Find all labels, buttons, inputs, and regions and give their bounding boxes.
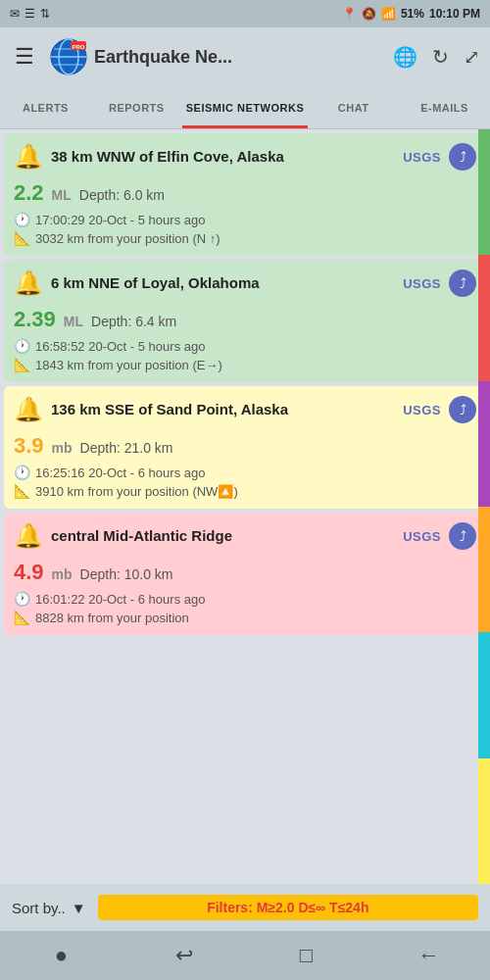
distance-icon-3: 📐 bbox=[14, 483, 30, 499]
filter-suffix: D≤∞ T≤24h bbox=[295, 900, 369, 915]
nav-dot-button[interactable]: ● bbox=[42, 936, 81, 975]
mag-type-3: mb bbox=[52, 440, 73, 456]
battery-text: 51% bbox=[401, 7, 424, 21]
globe-button[interactable]: 🌐 bbox=[393, 45, 417, 69]
return-icon: ← bbox=[418, 943, 440, 968]
earthquake-icon-2: 🔔 bbox=[14, 270, 43, 297]
share-button-2[interactable]: ⤴ bbox=[449, 270, 476, 297]
silent-icon: 🔕 bbox=[362, 7, 376, 21]
tab-seismic-networks[interactable]: SEISMIC NETWORKS bbox=[182, 89, 308, 128]
location-icon: 📍 bbox=[342, 7, 357, 21]
sort-bar: Sort by.. ▼ Filters: M≥2.0 D≤∞ T≤24h bbox=[0, 884, 490, 931]
card-header-left-4: 🔔 central Mid-Atlantic Ridge bbox=[14, 522, 403, 550]
tab-chat[interactable]: CHAT bbox=[308, 89, 399, 128]
share-button-3[interactable]: ⤴ bbox=[449, 396, 476, 423]
strip-purple bbox=[478, 381, 490, 507]
distance-row-4: 📐 8828 km from your position bbox=[14, 610, 476, 625]
menu-button[interactable]: ☰ bbox=[10, 39, 39, 74]
mail-icon: ✉ bbox=[10, 7, 20, 21]
quake-location-2: 6 km NNE of Loyal, Oklahoma bbox=[51, 273, 403, 293]
mag-type-2: ML bbox=[64, 314, 83, 329]
card-header-left-2: 🔔 6 km NNE of Loyal, Oklahoma bbox=[14, 270, 403, 297]
magnitude-value-4: 4.9 bbox=[14, 560, 44, 585]
share-button-1[interactable]: ⤴ bbox=[449, 143, 476, 171]
time-text-1: 17:00:29 20-Oct - 5 hours ago bbox=[35, 213, 205, 227]
depth-3: Depth: 21.0 km bbox=[80, 440, 173, 456]
tab-alerts[interactable]: ALERTS bbox=[0, 89, 91, 128]
distance-text-3: 3910 km from your position (NW🔼) bbox=[35, 484, 238, 499]
wifi-icon: 📶 bbox=[381, 7, 396, 21]
sort-label: Sort by.. bbox=[12, 900, 66, 916]
home-icon: □ bbox=[300, 943, 313, 968]
card-header-2: 🔔 6 km NNE of Loyal, Oklahoma USGS ⤴ bbox=[4, 260, 486, 303]
tab-reports[interactable]: REPORTS bbox=[91, 89, 182, 128]
menu-status-icon: ☰ bbox=[24, 7, 35, 21]
card-body-3: 3.9 mb Depth: 21.0 km 🕐 16:25:16 20-Oct … bbox=[4, 429, 486, 509]
strip-red bbox=[478, 255, 490, 380]
clock-icon-3: 🕐 bbox=[14, 465, 30, 480]
status-right: 📍 🔕 📶 51% 10:10 PM bbox=[342, 7, 480, 21]
tab-emails[interactable]: E-MAILS bbox=[399, 89, 490, 128]
card-header-3: 🔔 136 km SSE of Sand Point, Alaska USGS … bbox=[4, 386, 486, 429]
usgs-badge-3: USGS bbox=[403, 403, 441, 417]
tabs-bar: ALERTS REPORTS SEISMIC NETWORKS CHAT E-M… bbox=[0, 86, 490, 129]
quake-location-3: 136 km SSE of Sand Point, Alaska bbox=[51, 400, 403, 419]
share-icon-2: ⤴ bbox=[460, 275, 466, 291]
earthquake-list[interactable]: 🔔 38 km WNW of Elfin Cove, Alaska USGS ⤴… bbox=[0, 129, 490, 884]
clock-icon-4: 🕐 bbox=[14, 591, 30, 607]
strip-orange bbox=[478, 507, 490, 632]
dot-icon: ● bbox=[55, 943, 68, 968]
depth-2: Depth: 6.4 km bbox=[91, 314, 176, 329]
filter-badge[interactable]: Filters: M≥2.0 D≤∞ T≤24h bbox=[98, 895, 478, 920]
earthquake-icon-3: 🔔 bbox=[14, 396, 43, 423]
sort-dropdown[interactable]: Sort by.. ▼ bbox=[12, 900, 86, 916]
card-header-right-1: USGS ⤴ bbox=[403, 143, 476, 171]
app-title: Earthquake Ne... bbox=[94, 47, 232, 68]
time-text-3: 16:25:16 20-Oct - 6 hours ago bbox=[35, 466, 205, 480]
mag-type-4: mb bbox=[52, 566, 73, 582]
depth-4: Depth: 10.0 km bbox=[80, 566, 173, 582]
card-header-left-3: 🔔 136 km SSE of Sand Point, Alaska bbox=[14, 396, 403, 423]
strip-teal bbox=[478, 632, 490, 758]
transfer-icon: ⇅ bbox=[40, 7, 50, 21]
distance-row-1: 📐 3032 km from your position (N ↑) bbox=[14, 230, 476, 246]
clock-icon-2: 🕐 bbox=[14, 338, 30, 354]
strip-yellow bbox=[478, 759, 490, 884]
share-button-4[interactable]: ⤴ bbox=[449, 522, 476, 550]
logo-area: PRO Earthquake Ne... bbox=[49, 37, 383, 76]
filter-prefix: Filters: M≥ bbox=[207, 900, 275, 915]
time-text-4: 16:01:22 20-Oct - 6 hours ago bbox=[35, 592, 205, 607]
magnitude-row-2: 2.39 ML Depth: 6.4 km bbox=[14, 307, 476, 332]
earthquake-card-1: 🔔 38 km WNW of Elfin Cove, Alaska USGS ⤴… bbox=[4, 133, 486, 256]
top-bar: ☰ PRO Earthquake Ne... 🌐 ↻ ⤢ bbox=[0, 27, 490, 86]
time-text: 10:10 PM bbox=[429, 7, 480, 21]
nav-return-button[interactable]: ← bbox=[410, 936, 449, 975]
distance-icon-4: 📐 bbox=[14, 610, 30, 625]
nav-home-button[interactable]: □ bbox=[287, 936, 326, 975]
earthquake-card-2: 🔔 6 km NNE of Loyal, Oklahoma USGS ⤴ 2.3… bbox=[4, 260, 486, 382]
distance-text-1: 3032 km from your position (N ↑) bbox=[35, 231, 220, 246]
card-header-right-2: USGS ⤴ bbox=[403, 270, 476, 297]
quake-location-1: 38 km WNW of Elfin Cove, Alaska bbox=[51, 147, 403, 167]
card-body-1: 2.2 ML Depth: 6.0 km 🕐 17:00:29 20-Oct -… bbox=[4, 176, 486, 256]
bottom-nav: ● ↩ □ ← bbox=[0, 931, 490, 980]
card-header-right-3: USGS ⤴ bbox=[403, 396, 476, 423]
magnitude-value-1: 2.2 bbox=[14, 180, 44, 206]
svg-text:PRO: PRO bbox=[72, 44, 84, 50]
status-bar: ✉ ☰ ⇅ 📍 🔕 📶 51% 10:10 PM bbox=[0, 0, 490, 27]
share-icon-4: ⤴ bbox=[460, 528, 466, 544]
filter-magnitude: 2.0 bbox=[275, 900, 294, 915]
expand-button[interactable]: ⤢ bbox=[464, 45, 480, 69]
card-body-4: 4.9 mb Depth: 10.0 km 🕐 16:01:22 20-Oct … bbox=[4, 556, 486, 635]
earthquake-icon-4: 🔔 bbox=[14, 522, 43, 550]
time-row-2: 🕐 16:58:52 20-Oct - 5 hours ago bbox=[14, 338, 476, 354]
magnitude-row-3: 3.9 mb Depth: 21.0 km bbox=[14, 433, 476, 459]
distance-icon-1: 📐 bbox=[14, 230, 30, 246]
refresh-button[interactable]: ↻ bbox=[432, 45, 449, 69]
card-header-right-4: USGS ⤴ bbox=[403, 522, 476, 550]
usgs-badge-2: USGS bbox=[403, 276, 441, 291]
nav-back-button[interactable]: ↩ bbox=[165, 936, 204, 975]
card-header-4: 🔔 central Mid-Atlantic Ridge USGS ⤴ bbox=[4, 513, 486, 556]
card-header-left-1: 🔔 38 km WNW of Elfin Cove, Alaska bbox=[14, 143, 403, 171]
earthquake-icon-1: 🔔 bbox=[14, 143, 43, 171]
